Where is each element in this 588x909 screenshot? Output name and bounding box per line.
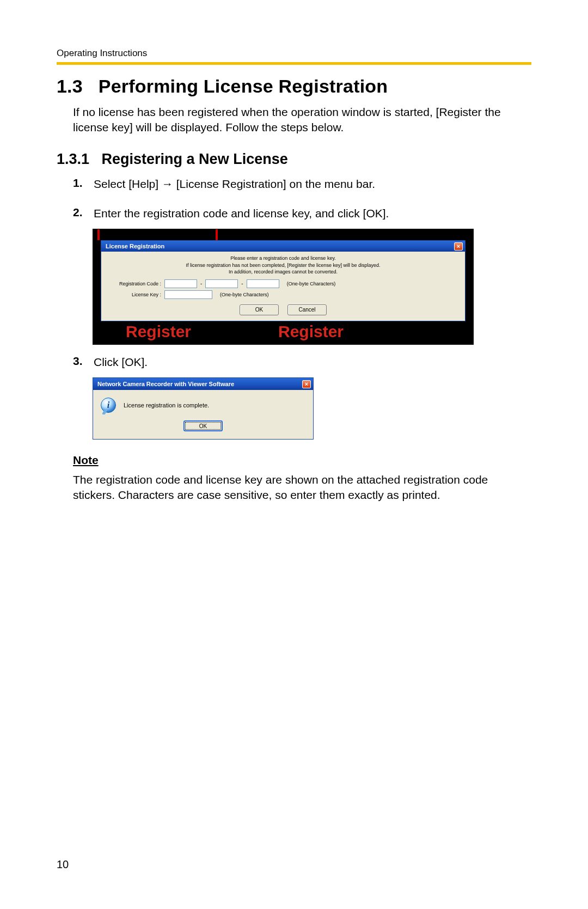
message-text: License registration is complete. [124,402,209,408]
step-1: 1. Select [Help] → [License Registration… [73,176,531,192]
step-number: 1. [73,176,87,192]
onebyte-hint: (One-byte Characters) [287,281,336,286]
subsection-title: Registering a New License [102,151,288,167]
dialog-button-row: OK Cancel [107,304,460,315]
dialog-hint: Please enter a registration code and lic… [107,255,460,274]
step-text: Select [Help] → [License Registration] o… [94,176,375,192]
note-heading: Note [73,454,531,467]
dialog-titlebar[interactable]: Network Camera Recorder with Viewer Soft… [93,378,313,390]
license-registration-dialog: License Registration × Please enter a re… [101,240,465,321]
dialog-title: Network Camera Recorder with Viewer Soft… [97,381,234,387]
subsection-number: 1.3.1 [57,151,89,167]
running-header: Operating Instructions [57,48,531,59]
figure-license-dialog: License Registration × Please enter a re… [93,229,531,344]
register-overlay-text: Register [278,322,344,341]
registration-code-input-1[interactable] [164,279,197,288]
license-key-input[interactable] [164,290,212,299]
step-text: Enter the registration code and license … [94,206,389,221]
close-icon[interactable]: × [302,380,311,388]
dialog-titlebar[interactable]: License Registration × [101,241,465,252]
cancel-button[interactable]: Cancel [287,304,327,315]
ok-button[interactable]: OK [183,420,223,431]
step-number: 3. [73,355,87,370]
step-text: Click [OK]. [94,355,148,370]
subsection-heading: 1.3.1 Registering a New License [57,151,531,168]
registration-code-input-2[interactable] [205,279,238,288]
registration-code-row: Registration Code : - - (One-byte Charac… [107,279,460,288]
dialog-title: License Registration [106,243,164,249]
section-heading: 1.3 Performing License Registration [57,76,531,97]
app-window-bg: License Registration × Please enter a re… [93,229,474,344]
page-number: 10 [57,858,69,871]
manual-page: Operating Instructions 1.3 Performing Li… [0,0,588,909]
section-intro: If no license has been registered when t… [73,105,531,136]
registration-code-label: Registration Code : [107,281,161,286]
arrow-icon: → [162,178,173,190]
info-icon: i [101,398,116,413]
section-title: Performing License Registration [99,76,388,96]
close-icon[interactable]: × [454,242,463,251]
register-overlay-text: Register [126,322,191,341]
app-red-accent [216,229,218,240]
step-number: 2. [73,206,87,221]
note-body: The registration code and license key ar… [73,472,531,503]
step-3: 3. Click [OK]. [73,355,531,370]
step-2: 2. Enter the registration code and licen… [73,206,531,221]
info-message-box: Network Camera Recorder with Viewer Soft… [93,377,314,440]
ok-button[interactable]: OK [240,304,279,315]
figure-confirmation-dialog: Network Camera Recorder with Viewer Soft… [93,377,531,440]
app-red-accent [97,229,100,240]
ordered-steps: 1. Select [Help] → [License Registration… [73,176,531,440]
license-key-label: License Key : [107,292,161,297]
onebyte-hint: (One-byte Characters) [220,292,269,297]
license-key-row: License Key : (One-byte Characters) [107,290,460,299]
section-number: 1.3 [57,76,83,96]
registration-code-input-3[interactable] [247,279,279,288]
header-rule [57,62,531,65]
